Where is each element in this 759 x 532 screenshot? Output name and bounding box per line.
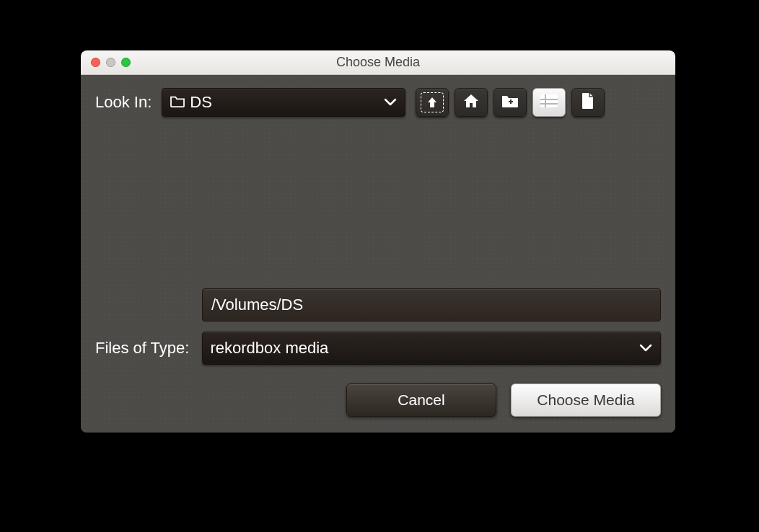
dialog-body: Look In: DS bbox=[81, 75, 675, 433]
lookin-dropdown[interactable]: DS bbox=[162, 88, 405, 117]
path-input[interactable]: /Volumes/DS bbox=[202, 288, 661, 322]
svg-rect-5 bbox=[545, 94, 546, 107]
svg-rect-2 bbox=[540, 94, 558, 107]
svg-rect-4 bbox=[540, 103, 558, 105]
filetype-dropdown[interactable]: rekordbox media bbox=[202, 332, 661, 365]
go-up-button[interactable] bbox=[416, 88, 449, 117]
lookin-value: DS bbox=[190, 93, 212, 112]
chevron-down-icon bbox=[383, 95, 398, 110]
toolbar bbox=[416, 88, 605, 117]
window-controls bbox=[81, 58, 131, 67]
cancel-button[interactable]: Cancel bbox=[346, 384, 496, 417]
arrow-up-icon bbox=[421, 92, 444, 112]
new-folder-icon bbox=[501, 93, 519, 112]
window-minimize-button[interactable] bbox=[106, 58, 115, 67]
details-view-button[interactable] bbox=[571, 88, 605, 117]
folder-icon bbox=[170, 94, 185, 110]
list-view-button[interactable] bbox=[532, 88, 566, 117]
svg-rect-3 bbox=[540, 99, 558, 100]
window-zoom-button[interactable] bbox=[121, 58, 131, 67]
window-close-button[interactable] bbox=[91, 58, 100, 67]
document-icon bbox=[581, 92, 595, 112]
lookin-row: Look In: DS bbox=[95, 88, 661, 117]
file-list-area[interactable] bbox=[95, 127, 661, 288]
path-value: /Volumes/DS bbox=[211, 296, 303, 314]
lookin-label: Look In: bbox=[95, 93, 152, 112]
new-folder-button[interactable] bbox=[493, 88, 527, 117]
list-view-icon bbox=[540, 94, 558, 111]
window-title: Choose Media bbox=[81, 55, 675, 70]
filetype-label: Files of Type: bbox=[95, 339, 189, 358]
chevron-down-icon bbox=[639, 341, 653, 355]
filetype-value: rekordbox media bbox=[210, 339, 328, 358]
filetype-row: Files of Type: rekordbox media bbox=[95, 332, 661, 365]
dialog-actions: Cancel Choose Media bbox=[95, 384, 661, 417]
svg-rect-1 bbox=[510, 99, 512, 104]
home-button[interactable] bbox=[455, 88, 488, 117]
titlebar: Choose Media bbox=[81, 50, 675, 75]
home-icon bbox=[462, 93, 480, 112]
choose-media-button[interactable]: Choose Media bbox=[511, 384, 661, 417]
file-chooser-dialog: Choose Media Look In: DS bbox=[81, 50, 675, 433]
